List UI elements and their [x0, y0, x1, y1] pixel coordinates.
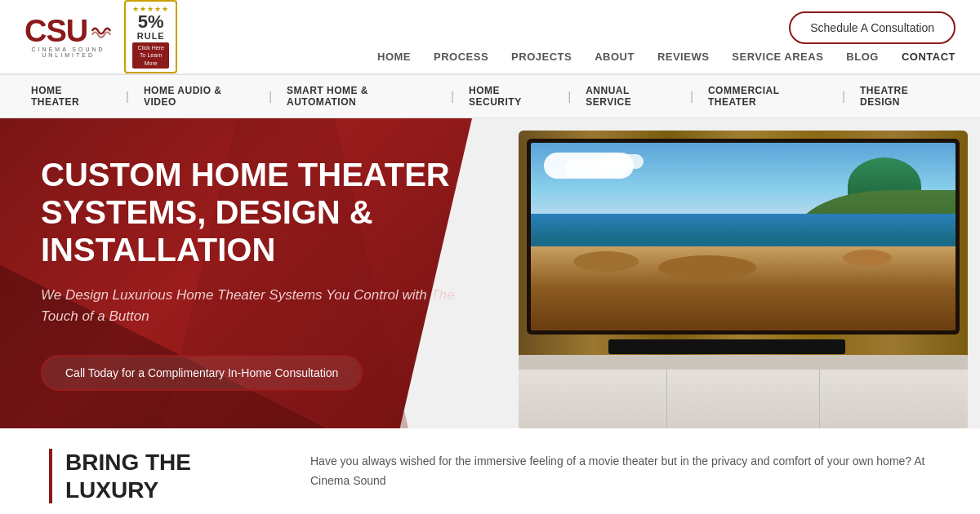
nav-projects[interactable]: PROJECTS — [511, 51, 572, 63]
csu-logo[interactable]: CSU CINEMA SOUND UNLIMITED — [24, 16, 112, 58]
soundbar — [608, 339, 845, 354]
cabinet-section-2 — [667, 370, 820, 428]
hero-content: CUSTOM HOME THEATER SYSTEMS, DESIGN & IN… — [0, 118, 506, 428]
sub-nav-commercial[interactable]: COMMERCIAL THEATER — [693, 85, 842, 108]
csu-brand-text: CSU — [24, 16, 112, 47]
bottom-section: BRING THE LUXURY Have you always wished … — [0, 428, 980, 514]
sub-nav-home-theater[interactable]: HOME THEATER — [16, 85, 126, 108]
nav-blog[interactable]: BLOG — [846, 51, 879, 63]
bring-luxury-container: BRING THE LUXURY Have you always wished … — [49, 449, 931, 503]
nav-contact[interactable]: CONTACT — [902, 51, 956, 63]
sub-nav-security[interactable]: HOME SECURITY — [454, 85, 568, 108]
sub-nav: HOME THEATER | HOME AUDIO & VIDEO | SMAR… — [0, 74, 980, 118]
nav-home[interactable]: HOME — [377, 51, 411, 63]
top-right: Schedule A Consultation HOME PROCESS PRO… — [377, 11, 956, 63]
cabinet-section-3 — [820, 370, 969, 428]
tv-screen — [531, 143, 956, 330]
tv-frame — [527, 139, 960, 335]
sub-nav-theatre-design[interactable]: THEATRE DESIGN — [845, 85, 964, 108]
sub-nav-audio-video[interactable]: HOME AUDIO & VIDEO — [129, 85, 269, 108]
badge-sub: Click Here To Learn More — [132, 42, 169, 68]
schedule-consultation-button[interactable]: Schedule A Consultation — [789, 11, 956, 44]
badge-percent: 5% — [138, 13, 164, 31]
csu-letters: CSU — [24, 16, 87, 47]
rule-badge[interactable]: ★★★★★ 5% RULE Click Here To Learn More — [124, 0, 177, 73]
sub-nav-annual[interactable]: ANNUAL SERVICE — [571, 85, 690, 108]
cloud-3 — [599, 154, 644, 169]
bring-luxury-text: Have you always wished for the immersive… — [310, 449, 931, 503]
hero-section: CUSTOM HOME THEATER SYSTEMS, DESIGN & IN… — [0, 118, 980, 428]
csu-wave-icon — [89, 20, 112, 42]
nav-process[interactable]: PROCESS — [434, 51, 488, 63]
nav-service-areas[interactable]: SERVICE AREAS — [732, 51, 823, 63]
bring-luxury-title: BRING THE LUXURY — [49, 449, 278, 503]
hero-cta-button[interactable]: Call Today for a Complimentary In-Home C… — [41, 355, 363, 391]
main-nav: HOME PROCESS PROJECTS ABOUT REVIEWS SERV… — [377, 51, 956, 63]
rock-2 — [658, 255, 756, 280]
badge-rule: RULE — [137, 31, 165, 41]
hero-title: CUSTOM HOME THEATER SYSTEMS, DESIGN & IN… — [41, 156, 466, 268]
top-row: CSU CINEMA SOUND UNLIMITED ★★★★★ 5% RULE… — [0, 0, 980, 73]
cabinet-section-1 — [519, 370, 667, 428]
logo-area: CSU CINEMA SOUND UNLIMITED ★★★★★ 5% RULE… — [24, 0, 177, 73]
nav-reviews[interactable]: REVIEWS — [657, 51, 709, 63]
csu-sub2: UNLIMITED — [42, 52, 95, 58]
sub-nav-smart-home[interactable]: SMART HOME & AUTOMATION — [272, 85, 451, 108]
hero-image-area — [474, 118, 980, 428]
rock-3 — [843, 250, 892, 266]
csu-sub1: CINEMA SOUND — [32, 47, 105, 52]
hero-subtitle: We Design Luxurious Home Theater Systems… — [41, 285, 466, 326]
cabinet-top-strip — [519, 355, 968, 370]
nav-about[interactable]: ABOUT — [595, 51, 635, 63]
tv-cabinet — [519, 355, 968, 428]
top-section: CSU CINEMA SOUND UNLIMITED ★★★★★ 5% RULE… — [0, 0, 980, 74]
